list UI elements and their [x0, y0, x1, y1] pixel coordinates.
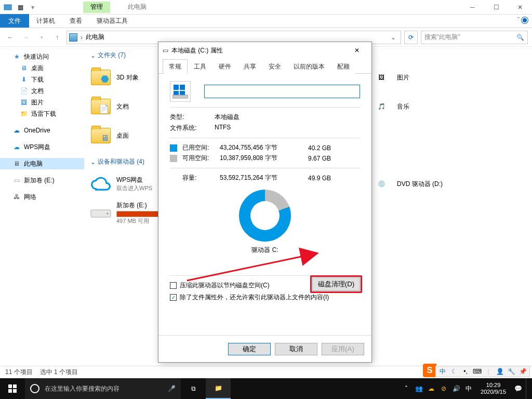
- item-dvd-drive[interactable]: 💿 DVD 驱动器 (D:): [371, 170, 496, 197]
- checkbox-checked[interactable]: ✓: [170, 294, 177, 301]
- search-placeholder: 在这里输入你要搜索的内容: [45, 384, 119, 393]
- ribbon-collapse-icon[interactable]: ˆ: [517, 17, 520, 24]
- qat-icon: [2, 2, 14, 13]
- tray-security-icon[interactable]: ⊘: [439, 384, 448, 393]
- location-icon: [69, 33, 77, 42]
- mic-icon[interactable]: 🎤: [168, 385, 176, 392]
- person-icon[interactable]: 👤: [495, 367, 504, 376]
- close-button[interactable]: ✕: [508, 0, 532, 15]
- checkbox-unchecked[interactable]: [170, 282, 177, 289]
- cloud-icon: ☁: [12, 126, 21, 135]
- navigation-pane: ★快速访问 🖥桌面 ⬇下载 📄文档 🖼图片 📁迅雷下载 ☁OneDrive ☁W…: [0, 47, 84, 369]
- window-titlebar: ▦ ▾ 管理 此电脑 ─ ☐ ✕: [0, 0, 532, 15]
- svg-rect-12: [13, 389, 17, 393]
- search-icon[interactable]: 🔍: [516, 34, 524, 41]
- keyboard-icon[interactable]: ⌨: [472, 367, 482, 376]
- ribbon: 文件 计算机 查看 驱动器工具 ˆ: [0, 15, 532, 28]
- drive-label-input[interactable]: [204, 85, 360, 98]
- drive-letter-label: 驱动器 C:: [170, 246, 360, 255]
- pictures-icon: 🖼: [371, 67, 392, 88]
- tools-icon[interactable]: 🔧: [507, 367, 516, 376]
- dialog-titlebar[interactable]: ▭ 本地磁盘 (C:) 属性 ✕: [158, 42, 371, 59]
- up-button[interactable]: ↑: [51, 31, 63, 44]
- folder-icon: 🖥: [91, 128, 111, 143]
- tray-volume-icon[interactable]: 🔊: [451, 384, 461, 393]
- people-icon[interactable]: 👥: [414, 384, 423, 393]
- tab-security[interactable]: 安全: [262, 59, 287, 74]
- search-box[interactable]: 搜索"此电脑" 🔍: [421, 31, 528, 44]
- view-tab[interactable]: 查看: [62, 14, 89, 28]
- sidebar-new-volume[interactable]: ▭新加卷 (E:): [0, 175, 84, 186]
- tray-expand-icon[interactable]: ˄: [402, 384, 411, 393]
- tab-general[interactable]: 常规: [163, 59, 188, 74]
- disk-cleanup-button[interactable]: 磁盘清理(D): [312, 277, 360, 291]
- properties-dialog: ▭ 本地磁盘 (C:) 属性 ✕ 常规 工具 硬件 共享 安全 以前的版本 配额…: [158, 42, 372, 363]
- pictures-icon: 🖼: [20, 98, 28, 107]
- index-checkbox-row[interactable]: ✓除了文件属性外，还允许索引此驱动器上文件的内容(I): [170, 293, 360, 302]
- ok-button[interactable]: 确定: [228, 343, 271, 355]
- drive-tools-tab[interactable]: 驱动器工具: [89, 14, 135, 28]
- refresh-button[interactable]: ⟳: [404, 31, 418, 44]
- punctuation-icon[interactable]: •,: [461, 367, 470, 376]
- tab-quota[interactable]: 配额: [331, 59, 356, 74]
- sidebar-downloads[interactable]: ⬇下载: [0, 74, 84, 85]
- pin-icon[interactable]: 📌: [518, 367, 527, 376]
- cortana-icon: [30, 384, 39, 393]
- document-icon: 📄: [20, 87, 28, 95]
- help-icon[interactable]: [522, 17, 528, 23]
- action-center-icon[interactable]: 💬: [513, 384, 523, 393]
- tray-onedrive-icon[interactable]: ☁: [427, 384, 436, 393]
- start-button[interactable]: [0, 378, 25, 399]
- tab-hardware[interactable]: 硬件: [212, 59, 237, 74]
- sidebar-network[interactable]: 🖧网络: [0, 191, 84, 203]
- minimize-button[interactable]: ─: [460, 0, 484, 15]
- tab-previous-versions[interactable]: 以前的版本: [287, 59, 331, 74]
- taskbar-search[interactable]: 在这里输入你要搜索的内容 🎤: [25, 378, 181, 399]
- search-placeholder: 搜索"此电脑": [424, 33, 513, 42]
- maximize-button[interactable]: ☐: [484, 0, 508, 15]
- address-text[interactable]: 此电脑: [86, 33, 385, 42]
- moon-icon[interactable]: ☾: [449, 367, 459, 376]
- sidebar-wps[interactable]: ☁WPS网盘: [0, 141, 84, 153]
- apply-button[interactable]: 应用(A): [322, 343, 364, 355]
- computer-tab[interactable]: 计算机: [29, 14, 62, 28]
- task-view-button[interactable]: ⧉: [181, 378, 206, 399]
- cloud-icon: [90, 174, 111, 194]
- used-swatch: [170, 144, 177, 152]
- drive-icon: [90, 203, 111, 223]
- sidebar-desktop[interactable]: 🖥桌面: [0, 62, 84, 74]
- forward-button[interactable]: →: [20, 31, 32, 44]
- sidebar-xunlei[interactable]: 📁迅雷下载: [0, 108, 84, 119]
- window-title: 此电脑: [128, 3, 147, 11]
- sidebar-onedrive[interactable]: ☁OneDrive: [0, 125, 84, 136]
- qat-dropdown[interactable]: ▾: [27, 2, 38, 13]
- svg-rect-3: [174, 85, 179, 90]
- svg-rect-0: [4, 5, 11, 10]
- language-bar: 中 ☾ •, ⌨ | 👤 🔧 📌: [435, 366, 530, 377]
- dialog-close-button[interactable]: ✕: [347, 43, 367, 58]
- qat-properties[interactable]: ▦: [15, 2, 26, 13]
- sidebar-quick-access[interactable]: ★快速访问: [0, 51, 84, 62]
- usage-pie-chart: [239, 190, 291, 242]
- item-music[interactable]: 🎵 音乐: [371, 93, 496, 120]
- sogou-ime-badge[interactable]: S: [423, 364, 436, 377]
- sidebar-pictures[interactable]: 🖼图片: [0, 97, 84, 108]
- file-tab[interactable]: 文件: [0, 14, 29, 28]
- sidebar-this-pc[interactable]: 🖥此电脑: [0, 158, 84, 169]
- taskbar-explorer[interactable]: 📁: [206, 378, 231, 399]
- recent-dropdown[interactable]: ▾: [35, 31, 48, 44]
- cancel-button[interactable]: 取消: [275, 343, 317, 355]
- item-pictures[interactable]: 🖼 图片: [371, 64, 496, 91]
- address-dropdown[interactable]: ⌄: [388, 34, 398, 41]
- back-button[interactable]: ←: [4, 31, 17, 44]
- contextual-tab-manage[interactable]: 管理: [83, 2, 110, 13]
- tab-sharing[interactable]: 共享: [237, 59, 262, 74]
- selection-count: 选中 1 个项目: [40, 368, 78, 377]
- ime-mode[interactable]: 中: [438, 367, 447, 376]
- taskbar-clock[interactable]: 10:292020/9/15: [476, 382, 510, 395]
- tray-ime-icon[interactable]: 中: [464, 384, 473, 393]
- show-desktop-button[interactable]: [526, 378, 529, 399]
- sidebar-documents[interactable]: 📄文档: [0, 85, 84, 97]
- download-icon: ⬇: [20, 75, 28, 84]
- tab-tools[interactable]: 工具: [188, 59, 212, 74]
